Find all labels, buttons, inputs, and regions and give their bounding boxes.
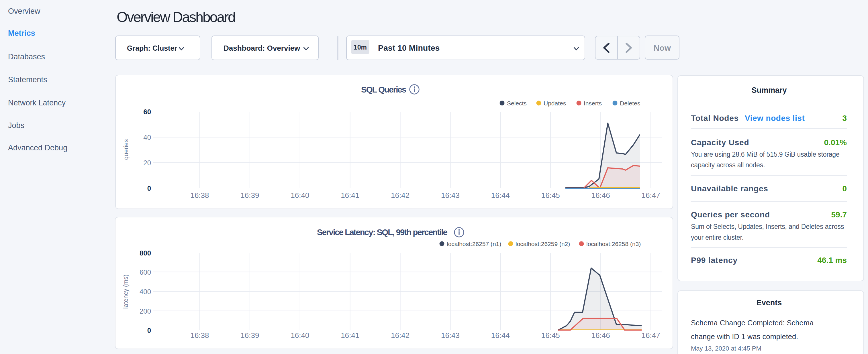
svg-text:16:42: 16:42: [391, 331, 409, 340]
svg-text:10m: 10m: [353, 43, 367, 51]
svg-text:Metrics: Metrics: [8, 29, 35, 37]
svg-text:40: 40: [143, 133, 151, 141]
svg-text:16:43: 16:43: [441, 191, 460, 200]
svg-text:16:46: 16:46: [591, 331, 610, 340]
svg-text:queries: queries: [122, 139, 129, 160]
svg-text:Events: Events: [756, 298, 782, 307]
svg-text:0: 0: [147, 326, 151, 334]
svg-text:Capacity Used: Capacity Used: [691, 138, 749, 147]
svg-text:16:44: 16:44: [491, 331, 510, 340]
svg-text:Statements: Statements: [8, 75, 47, 84]
svg-text:Advanced Debug: Advanced Debug: [8, 143, 67, 152]
svg-text:59.7: 59.7: [831, 210, 847, 219]
svg-text:16:44: 16:44: [491, 191, 510, 200]
svg-text:Unavailable ranges: Unavailable ranges: [691, 184, 768, 193]
svg-text:Past 10 Minutes: Past 10 Minutes: [378, 43, 440, 53]
svg-text:Schema Change Completed: Schem: Schema Change Completed: Schema: [691, 319, 814, 327]
svg-text:16:39: 16:39: [241, 191, 259, 200]
svg-text:16:40: 16:40: [290, 331, 309, 340]
svg-text:16:45: 16:45: [541, 191, 560, 200]
svg-text:0: 0: [842, 184, 847, 193]
svg-text:Network Latency: Network Latency: [8, 99, 66, 107]
svg-text:200: 200: [140, 307, 151, 315]
svg-text:20: 20: [143, 159, 151, 167]
svg-text:16:43: 16:43: [441, 331, 460, 340]
svg-text:Now: Now: [654, 43, 671, 53]
svg-text:16:47: 16:47: [642, 191, 660, 200]
svg-text:800: 800: [140, 249, 151, 257]
svg-text:Graph: Cluster: Graph: Cluster: [127, 44, 177, 52]
svg-text:16:41: 16:41: [341, 191, 359, 200]
svg-text:3: 3: [842, 114, 847, 123]
svg-text:May 13, 2020 at 4:45 PM: May 13, 2020 at 4:45 PM: [691, 345, 762, 352]
svg-text:Dashboard: Overview: Dashboard: Overview: [223, 44, 300, 53]
svg-text:Overview: Overview: [8, 7, 40, 15]
svg-text:Databases: Databases: [8, 53, 45, 61]
svg-text:16:47: 16:47: [642, 331, 660, 340]
svg-text:localhost:26258 (n3): localhost:26258 (n3): [586, 240, 641, 247]
svg-text:Updates: Updates: [544, 100, 566, 106]
svg-text:Selects: Selects: [507, 100, 527, 106]
svg-text:Summary: Summary: [751, 86, 786, 95]
svg-text:capacity across all nodes.: capacity across all nodes.: [691, 161, 765, 169]
svg-text:400: 400: [140, 288, 151, 296]
svg-text:16:41: 16:41: [341, 331, 359, 340]
svg-text:Queries per second: Queries per second: [691, 210, 770, 219]
svg-text:Total Nodes: Total Nodes: [691, 114, 739, 123]
svg-text:60: 60: [143, 108, 151, 116]
svg-text:16:40: 16:40: [290, 191, 309, 200]
svg-text:View nodes list: View nodes list: [745, 114, 805, 123]
svg-text:16:39: 16:39: [241, 331, 259, 340]
svg-text:P99 latency: P99 latency: [691, 256, 738, 265]
svg-text:Overview Dashboard: Overview Dashboard: [117, 9, 235, 25]
svg-text:16:38: 16:38: [190, 331, 209, 340]
svg-text:Jobs: Jobs: [8, 121, 24, 130]
svg-text:SQL Queries: SQL Queries: [361, 85, 406, 94]
svg-text:localhost:26257 (n1): localhost:26257 (n1): [447, 240, 501, 247]
svg-text:16:42: 16:42: [391, 191, 409, 200]
svg-text:46.1 ms: 46.1 ms: [817, 256, 847, 265]
svg-text:localhost:26259 (n2): localhost:26259 (n2): [516, 240, 570, 247]
svg-text:You are using 28.6 MiB of 515.: You are using 28.6 MiB of 515.9 GiB usab…: [691, 151, 840, 158]
svg-text:16:45: 16:45: [541, 331, 560, 340]
svg-text:16:38: 16:38: [190, 191, 209, 200]
svg-text:Deletes: Deletes: [620, 100, 640, 106]
svg-text:latency (ms): latency (ms): [122, 275, 129, 309]
svg-text:change with ID 1 was completed: change with ID 1 was completed.: [691, 332, 798, 341]
svg-text:Sum of Selects, Updates, Inser: Sum of Selects, Updates, Inserts, and De…: [691, 223, 844, 230]
svg-text:Service Latency: SQL, 99th per: Service Latency: SQL, 99th percentile: [317, 227, 447, 237]
svg-text:0.01%: 0.01%: [824, 138, 847, 147]
svg-text:600: 600: [140, 268, 151, 276]
svg-text:16:46: 16:46: [591, 191, 610, 200]
svg-text:Inserts: Inserts: [584, 100, 602, 106]
svg-text:0: 0: [147, 185, 151, 192]
svg-text:your entire cluster.: your entire cluster.: [691, 234, 744, 241]
